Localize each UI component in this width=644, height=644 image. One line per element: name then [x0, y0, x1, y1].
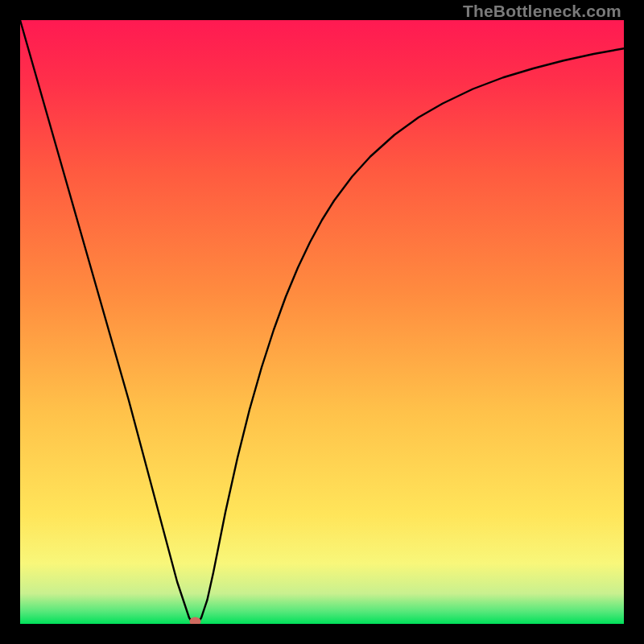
- chart-frame: [20, 20, 624, 624]
- watermark-text: TheBottleneck.com: [463, 2, 621, 21]
- chart-svg: [20, 20, 624, 624]
- chart-background: [20, 20, 624, 624]
